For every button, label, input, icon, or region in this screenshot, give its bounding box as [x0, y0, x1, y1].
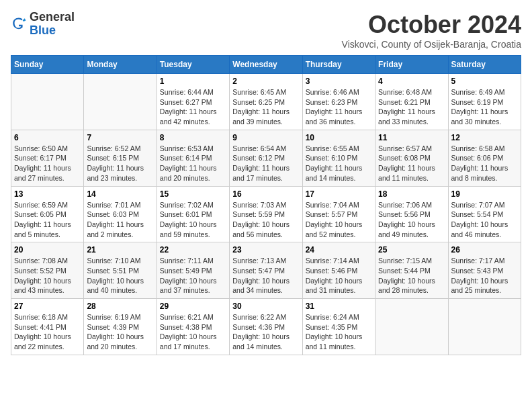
day-number: 27: [14, 302, 81, 311]
day-info: Sunrise: 6:52 AMSunset: 6:15 PMDaylight:…: [87, 144, 153, 183]
day-info: Sunrise: 6:18 AMSunset: 4:41 PMDaylight:…: [14, 312, 81, 352]
day-info: Sunrise: 7:08 AMSunset: 5:52 PMDaylight:…: [14, 256, 81, 295]
day-number: 14: [87, 189, 153, 199]
calendar-week-row: 1Sunrise: 6:44 AMSunset: 6:27 PMDaylight…: [11, 74, 521, 130]
day-number: 30: [232, 302, 299, 311]
day-number: 29: [160, 302, 226, 311]
day-info: Sunrise: 7:13 AMSunset: 5:47 PMDaylight:…: [232, 256, 299, 295]
day-info: Sunrise: 6:58 AMSunset: 6:06 PMDaylight:…: [451, 144, 518, 183]
calendar-day-header: Friday: [375, 56, 448, 74]
month-title: October 2024: [342, 11, 521, 39]
day-info: Sunrise: 6:24 AMSunset: 4:35 PMDaylight:…: [306, 312, 372, 352]
calendar-day-cell: 8Sunrise: 6:53 AMSunset: 6:14 PMDaylight…: [157, 130, 229, 186]
calendar-day-cell: 31Sunrise: 6:24 AMSunset: 4:35 PMDayligh…: [302, 299, 375, 355]
logo-icon: [11, 16, 27, 32]
calendar-day-cell: 23Sunrise: 7:13 AMSunset: 5:47 PMDayligh…: [230, 242, 302, 299]
day-number: 28: [87, 302, 153, 311]
day-number: 8: [160, 133, 226, 142]
day-number: 18: [378, 189, 445, 199]
title-area: October 2024 Viskovci, County of Osijek-…: [342, 11, 521, 50]
calendar-day-cell: 11Sunrise: 6:57 AMSunset: 6:08 PMDayligh…: [375, 130, 448, 186]
calendar-day-cell: 19Sunrise: 7:07 AMSunset: 5:54 PMDayligh…: [448, 186, 521, 242]
day-info: Sunrise: 6:45 AMSunset: 6:25 PMDaylight:…: [232, 87, 299, 127]
day-info: Sunrise: 6:44 AMSunset: 6:27 PMDaylight:…: [160, 87, 226, 127]
day-number: 20: [14, 245, 81, 255]
calendar-day-cell: 18Sunrise: 7:06 AMSunset: 5:56 PMDayligh…: [375, 186, 448, 242]
logo-blue-text: Blue: [30, 24, 56, 37]
calendar-day-header: Tuesday: [157, 56, 229, 74]
calendar-day-cell: 12Sunrise: 6:58 AMSunset: 6:06 PMDayligh…: [448, 130, 521, 186]
day-number: 13: [14, 189, 81, 199]
day-info: Sunrise: 7:07 AMSunset: 5:54 PMDaylight:…: [451, 200, 518, 240]
day-info: Sunrise: 6:59 AMSunset: 6:05 PMDaylight:…: [14, 200, 81, 240]
calendar-day-cell: 15Sunrise: 7:02 AMSunset: 6:01 PMDayligh…: [157, 186, 229, 242]
day-info: Sunrise: 6:54 AMSunset: 6:12 PMDaylight:…: [232, 144, 299, 183]
day-info: Sunrise: 7:17 AMSunset: 5:43 PMDaylight:…: [451, 256, 518, 295]
calendar-day-cell: [11, 74, 84, 130]
calendar-week-row: 20Sunrise: 7:08 AMSunset: 5:52 PMDayligh…: [11, 242, 521, 299]
day-number: 6: [14, 133, 81, 142]
page-header: General Blue October 2024 Viskovci, Coun…: [11, 11, 521, 50]
day-number: 10: [306, 133, 372, 142]
day-number: 24: [306, 245, 372, 255]
day-info: Sunrise: 7:15 AMSunset: 5:44 PMDaylight:…: [378, 256, 445, 295]
day-number: 23: [232, 245, 299, 255]
calendar-day-cell: 22Sunrise: 7:11 AMSunset: 5:49 PMDayligh…: [157, 242, 229, 299]
calendar-day-cell: 13Sunrise: 6:59 AMSunset: 6:05 PMDayligh…: [11, 186, 84, 242]
calendar-day-cell: 17Sunrise: 7:04 AMSunset: 5:57 PMDayligh…: [302, 186, 375, 242]
day-info: Sunrise: 7:06 AMSunset: 5:56 PMDaylight:…: [378, 200, 445, 240]
calendar-table: SundayMondayTuesdayWednesdayThursdayFrid…: [11, 55, 521, 355]
day-info: Sunrise: 7:02 AMSunset: 6:01 PMDaylight:…: [160, 200, 226, 240]
calendar-day-cell: 24Sunrise: 7:14 AMSunset: 5:46 PMDayligh…: [302, 242, 375, 299]
calendar-day-cell: 9Sunrise: 6:54 AMSunset: 6:12 PMDaylight…: [230, 130, 302, 186]
day-info: Sunrise: 7:01 AMSunset: 6:03 PMDaylight:…: [87, 200, 153, 240]
calendar-day-cell: 2Sunrise: 6:45 AMSunset: 6:25 PMDaylight…: [230, 74, 302, 130]
day-info: Sunrise: 6:57 AMSunset: 6:08 PMDaylight:…: [378, 144, 445, 183]
day-info: Sunrise: 6:50 AMSunset: 6:17 PMDaylight:…: [14, 144, 81, 183]
day-info: Sunrise: 6:46 AMSunset: 6:23 PMDaylight:…: [306, 87, 372, 127]
calendar-day-cell: 7Sunrise: 6:52 AMSunset: 6:15 PMDaylight…: [84, 130, 157, 186]
day-number: 16: [232, 189, 299, 199]
day-number: 9: [232, 133, 299, 142]
calendar-day-cell: 10Sunrise: 6:55 AMSunset: 6:10 PMDayligh…: [302, 130, 375, 186]
day-info: Sunrise: 6:21 AMSunset: 4:38 PMDaylight:…: [160, 312, 226, 352]
day-number: 26: [451, 245, 518, 255]
calendar-day-cell: 25Sunrise: 7:15 AMSunset: 5:44 PMDayligh…: [375, 242, 448, 299]
day-number: 5: [451, 77, 518, 86]
day-info: Sunrise: 7:10 AMSunset: 5:51 PMDaylight:…: [87, 256, 153, 295]
day-info: Sunrise: 7:11 AMSunset: 5:49 PMDaylight:…: [160, 256, 226, 295]
day-number: 17: [306, 189, 372, 199]
calendar-day-cell: [375, 299, 448, 355]
calendar-day-cell: 16Sunrise: 7:03 AMSunset: 5:59 PMDayligh…: [230, 186, 302, 242]
day-number: 1: [160, 77, 226, 86]
day-info: Sunrise: 6:49 AMSunset: 6:19 PMDaylight:…: [451, 87, 518, 127]
logo: General Blue: [11, 11, 75, 38]
day-number: 2: [232, 77, 299, 86]
day-info: Sunrise: 6:53 AMSunset: 6:14 PMDaylight:…: [160, 144, 226, 183]
day-info: Sunrise: 7:04 AMSunset: 5:57 PMDaylight:…: [306, 200, 372, 240]
day-number: 4: [378, 77, 445, 86]
day-info: Sunrise: 7:03 AMSunset: 5:59 PMDaylight:…: [232, 200, 299, 240]
day-info: Sunrise: 6:55 AMSunset: 6:10 PMDaylight:…: [306, 144, 372, 183]
location-subtitle: Viskovci, County of Osijek-Baranja, Croa…: [342, 39, 521, 50]
day-number: 15: [160, 189, 226, 199]
day-info: Sunrise: 6:22 AMSunset: 4:36 PMDaylight:…: [232, 312, 299, 352]
calendar-day-cell: 5Sunrise: 6:49 AMSunset: 6:19 PMDaylight…: [448, 74, 521, 130]
logo-general-text: General: [30, 10, 75, 24]
day-number: 7: [87, 133, 153, 142]
day-number: 25: [378, 245, 445, 255]
calendar-week-row: 6Sunrise: 6:50 AMSunset: 6:17 PMDaylight…: [11, 130, 521, 186]
day-number: 19: [451, 189, 518, 199]
calendar-day-cell: 28Sunrise: 6:19 AMSunset: 4:39 PMDayligh…: [84, 299, 157, 355]
day-info: Sunrise: 6:19 AMSunset: 4:39 PMDaylight:…: [87, 312, 153, 352]
day-number: 3: [306, 77, 372, 86]
calendar-day-cell: 6Sunrise: 6:50 AMSunset: 6:17 PMDaylight…: [11, 130, 84, 186]
calendar-day-cell: 30Sunrise: 6:22 AMSunset: 4:36 PMDayligh…: [230, 299, 302, 355]
day-info: Sunrise: 7:14 AMSunset: 5:46 PMDaylight:…: [306, 256, 372, 295]
day-number: 11: [378, 133, 445, 142]
calendar-day-cell: 26Sunrise: 7:17 AMSunset: 5:43 PMDayligh…: [448, 242, 521, 299]
calendar-day-cell: 3Sunrise: 6:46 AMSunset: 6:23 PMDaylight…: [302, 74, 375, 130]
calendar-day-cell: 20Sunrise: 7:08 AMSunset: 5:52 PMDayligh…: [11, 242, 84, 299]
calendar-day-header: Sunday: [11, 56, 84, 74]
calendar-day-cell: [448, 299, 521, 355]
